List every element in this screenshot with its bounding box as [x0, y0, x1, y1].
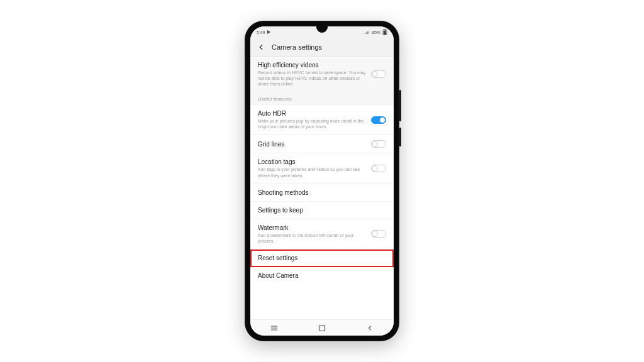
row-subtitle: Add a watermark to the bottom left corne… — [258, 233, 366, 244]
row-title: Grid lines — [258, 141, 366, 148]
svg-rect-1 — [384, 29, 386, 30]
signal-icon — [364, 30, 370, 35]
page-header: Camera settings — [250, 38, 394, 57]
volume-button — [399, 90, 401, 121]
back-icon[interactable] — [257, 43, 265, 52]
row-about-camera[interactable]: About Camera — [250, 267, 394, 284]
row-subtitle: Make your pictures pop by capturing more… — [258, 118, 366, 129]
row-title: Auto HDR — [258, 110, 366, 117]
media-icon — [267, 30, 270, 34]
svg-rect-6 — [319, 325, 325, 331]
row-settings-to-keep[interactable]: Settings to keep — [250, 202, 394, 219]
row-subtitle: Add tags to your pictures and videos so … — [258, 167, 366, 178]
row-grid-lines[interactable]: Grid lines — [250, 135, 394, 153]
battery-text: 85% — [372, 30, 380, 35]
row-title: High efficiency videos — [258, 62, 366, 69]
section-useful-features: Useful features — [250, 92, 394, 105]
toggle-location-tags[interactable] — [371, 165, 386, 172]
power-button — [399, 128, 401, 146]
toggle-high-efficiency-videos[interactable] — [371, 70, 386, 78]
toggle-grid-lines[interactable] — [371, 140, 386, 148]
settings-list: High efficiency videos Record videos in … — [250, 57, 394, 319]
home-button[interactable] — [298, 324, 345, 332]
toggle-watermark[interactable] — [371, 230, 386, 238]
row-title: About Camera — [258, 272, 386, 279]
navigation-bar — [250, 319, 394, 336]
battery-icon — [382, 29, 387, 35]
row-reset-settings[interactable]: Reset settings — [250, 250, 394, 267]
row-title: Reset settings — [258, 255, 386, 261]
row-subtitle: Record videos in HEVC format to save spa… — [258, 70, 366, 87]
row-title: Shooting methods — [258, 189, 386, 196]
row-location-tags[interactable]: Location tags Add tags to your pictures … — [250, 153, 394, 184]
svg-rect-2 — [384, 31, 386, 35]
row-title: Settings to keep — [258, 207, 386, 214]
row-high-efficiency-videos[interactable]: High efficiency videos Record videos in … — [250, 57, 394, 92]
phone-screen: 5:49 85% Camera settings H — [250, 26, 394, 336]
row-title: Watermark — [258, 224, 366, 231]
back-button[interactable] — [346, 324, 393, 332]
row-auto-hdr[interactable]: Auto HDR Make your pictures pop by captu… — [250, 105, 394, 135]
row-title: Location tags — [258, 158, 366, 165]
row-shooting-methods[interactable]: Shooting methods — [250, 184, 394, 202]
status-time: 5:49 — [257, 30, 265, 35]
recents-button[interactable] — [250, 325, 297, 331]
toggle-auto-hdr[interactable] — [371, 116, 386, 124]
phone-frame: 5:49 85% Camera settings H — [245, 21, 399, 341]
row-watermark[interactable]: Watermark Add a watermark to the bottom … — [250, 219, 394, 250]
page-title: Camera settings — [272, 43, 322, 51]
